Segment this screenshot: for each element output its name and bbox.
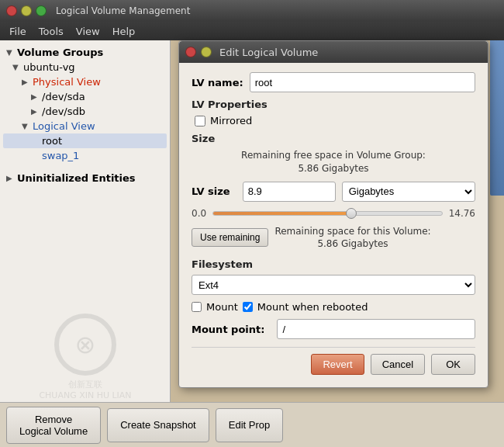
sidebar-item-root[interactable]: root [3,133,167,148]
slider-max: 14.76 [449,208,475,219]
remove-lv-label: RemoveLogical Volume [19,414,88,437]
remaining-line2: 5.86 Gigabytes [317,238,388,249]
remaining-row: Use remaining Remaining space for this V… [192,225,475,251]
size-header: Size [192,133,475,144]
mount-row: Mount Mount when rebooted [192,301,475,313]
uninitialized-section: ▶ Uninitialized Entities [0,166,170,189]
dialog-title: Edit Logical Volume [219,47,318,58]
dialog-close-button[interactable] [185,47,196,57]
close-button[interactable] [6,5,17,16]
sda-label: /dev/sda [42,91,85,102]
bottom-bar: RemoveLogical Volume Create Snapshot Edi… [0,402,504,447]
dialog-buttons: Revert Cancel OK [192,347,475,378]
sidebar-item-physical-view[interactable]: ▶ Physical View [3,74,167,89]
sidebar-item-logical-view[interactable]: ▼ Logical View [3,119,167,133]
edit-lv-dialog: Edit Logical Volume LV name: LV Properti… [178,40,488,388]
menu-tools[interactable]: Tools [33,24,70,39]
sidebar-item-sda[interactable]: ▶ /dev/sda [3,89,167,104]
remaining-line1: Remaining space for this Volume: [274,226,430,237]
edit-prop-button[interactable]: Edit Prop [216,408,283,442]
mirrored-row: Mirrored [192,115,475,126]
sidebar-item-ubuntu-vg[interactable]: ▼ ubuntu-vg [3,60,167,74]
volume-groups-header[interactable]: ▼ Volume Groups [3,45,167,60]
slider-thumb[interactable] [346,208,357,219]
toggle-icon: ▶ [6,174,17,182]
titlebar: Logical Volume Management [0,0,504,22]
mountpoint-row: Mount point: [192,319,475,339]
logo-area: ⊗ 创新互联CHUANG XIN HU LIAN [16,314,155,400]
slider-row: 0.0 14.76 [192,208,475,219]
sdb-label: /dev/sdb [42,106,85,117]
menu-view[interactable]: View [70,24,106,39]
toggle-icon: ▼ [6,48,17,57]
sidebar-item-sdb[interactable]: ▶ /dev/sdb [3,104,167,119]
logo-circle: ⊗ [54,314,116,376]
mount-when-rebooted-checkbox[interactable] [243,302,253,312]
mirrored-checkbox[interactable] [195,116,205,126]
mount-when-rebooted-label: Mount when rebooted [257,301,368,313]
lv-name-row: LV name: [192,72,475,92]
size-info: Remaining free space in Volume Group: 5.… [192,149,475,175]
maximize-button[interactable] [36,5,47,16]
mount-label: Mount [206,301,238,313]
physical-view-label: Physical View [33,76,101,88]
filesystem-select[interactable]: Ext4 Ext3 Ext2 XFS swap [192,275,475,295]
lv-size-row: LV size Gigabytes [192,182,475,202]
dialog-body: LV name: LV Properties Mirrored Size Rem… [179,63,488,387]
logo-text: 创新互联CHUANG XIN HU LIAN [16,379,155,400]
lv-name-label: LV name: [192,77,243,88]
use-remaining-button[interactable]: Use remaining [192,228,268,247]
uninitialized-label: Uninitialized Entities [17,172,136,184]
logical-view-label: Logical View [33,120,95,132]
remove-lv-button[interactable]: RemoveLogical Volume [6,407,101,444]
menubar: File Tools View Help [0,22,504,40]
mountpoint-input[interactable] [277,319,475,339]
slider-track[interactable] [212,211,443,216]
uninitialized-header[interactable]: ▶ Uninitialized Entities [3,171,167,185]
sidebar-item-swap1[interactable]: swap_1 [3,148,167,163]
toggle-icon: ▶ [31,107,42,116]
minimize-button[interactable] [21,5,32,16]
dialog-min-button[interactable] [201,47,212,57]
lv-name-input[interactable] [250,72,475,92]
swap1-label: swap_1 [42,150,79,161]
filesystem-header: Filesystem [192,258,475,270]
revert-button[interactable]: Revert [311,354,364,375]
toggle-icon: ▶ [22,78,33,86]
lv-properties-header: LV Properties [192,99,475,110]
toggle-icon: ▶ [31,92,42,101]
lv-size-input[interactable] [243,182,336,202]
lv-size-label: LV size [192,185,230,197]
remaining-text: Remaining space for this Volume: 5.86 Gi… [274,225,430,251]
mirrored-label: Mirrored [210,115,252,126]
window-controls [6,5,47,16]
dialog-titlebar: Edit Logical Volume [179,41,488,63]
lv-size-unit[interactable]: Gigabytes [342,182,475,202]
mount-checkbox[interactable] [192,302,202,312]
slider-min: 0.0 [192,208,206,219]
mountpoint-label: Mount point: [192,324,264,335]
window-title: Logical Volume Management [56,5,190,16]
size-info-line2: 5.86 Gigabytes [298,163,368,174]
menu-help[interactable]: Help [106,24,142,39]
cancel-button[interactable]: Cancel [371,354,425,375]
slider-fill [213,212,350,215]
create-snapshot-button[interactable]: Create Snapshot [107,408,209,442]
size-info-line1: Remaining free space in Volume Group: [241,150,426,161]
volume-groups-section: ▼ Volume Groups ▼ ubuntu-vg ▶ Physical V… [0,40,170,166]
ubuntu-vg-label: ubuntu-vg [23,61,75,73]
toggle-icon: ▼ [22,122,33,130]
menu-file[interactable]: File [3,24,33,39]
blue-bar [490,40,504,196]
root-label: root [42,135,62,147]
ok-button[interactable]: OK [431,354,475,375]
volume-groups-label: Volume Groups [17,47,103,58]
toggle-icon: ▼ [12,63,23,71]
